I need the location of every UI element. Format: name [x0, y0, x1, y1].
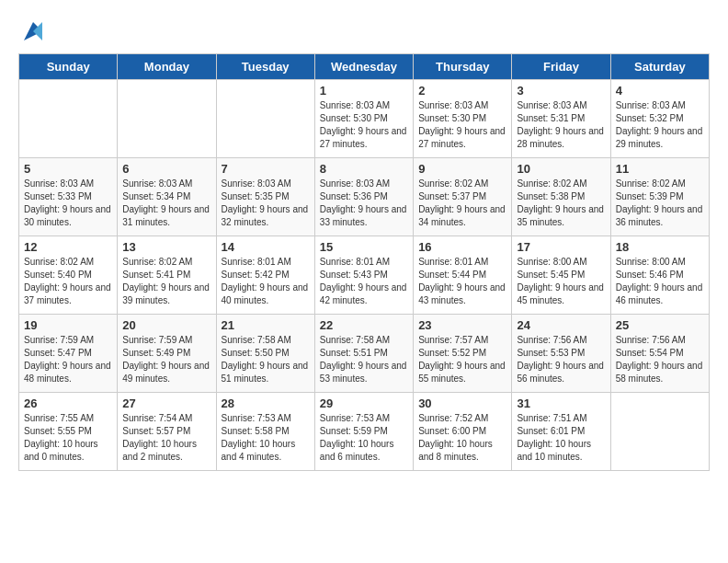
day-number: 23: [418, 318, 506, 332]
day-number: 15: [320, 240, 408, 254]
page-header: [18, 18, 710, 44]
day-cell-27: 27Sunrise: 7:54 AM Sunset: 5:57 PM Dayli…: [118, 393, 216, 471]
day-cell-3: 3Sunrise: 8:03 AM Sunset: 5:31 PM Daylig…: [512, 80, 610, 158]
day-number: 18: [616, 240, 704, 254]
empty-cell: [118, 80, 216, 158]
day-number: 27: [122, 396, 210, 410]
day-number: 11: [616, 162, 704, 176]
day-header-monday: Monday: [118, 54, 216, 80]
day-cell-16: 16Sunrise: 8:01 AM Sunset: 5:44 PM Dayli…: [414, 236, 512, 315]
day-info: Sunrise: 8:03 AM Sunset: 5:32 PM Dayligh…: [616, 99, 704, 151]
day-cell-19: 19Sunrise: 7:59 AM Sunset: 5:47 PM Dayli…: [19, 315, 118, 393]
day-cell-5: 5Sunrise: 8:03 AM Sunset: 5:33 PM Daylig…: [19, 158, 118, 236]
day-number: 30: [418, 396, 506, 410]
day-cell-30: 30Sunrise: 7:52 AM Sunset: 6:00 PM Dayli…: [414, 393, 512, 471]
day-info: Sunrise: 8:00 AM Sunset: 5:46 PM Dayligh…: [616, 256, 704, 307]
day-info: Sunrise: 8:03 AM Sunset: 5:35 PM Dayligh…: [222, 178, 310, 229]
day-info: Sunrise: 7:51 AM Sunset: 6:01 PM Dayligh…: [517, 412, 605, 464]
day-info: Sunrise: 8:03 AM Sunset: 5:34 PM Dayligh…: [122, 178, 210, 229]
day-cell-21: 21Sunrise: 7:58 AM Sunset: 5:50 PM Dayli…: [216, 315, 314, 393]
day-header-tuesday: Tuesday: [216, 54, 314, 80]
day-cell-13: 13Sunrise: 8:02 AM Sunset: 5:41 PM Dayli…: [118, 236, 216, 315]
day-number: 20: [122, 318, 210, 332]
day-number: 7: [222, 162, 310, 176]
day-info: Sunrise: 8:03 AM Sunset: 5:30 PM Dayligh…: [320, 99, 408, 151]
day-info: Sunrise: 8:02 AM Sunset: 5:40 PM Dayligh…: [24, 256, 112, 307]
calendar-table: SundayMondayTuesdayWednesdayThursdayFrid…: [18, 53, 710, 471]
day-number: 1: [320, 84, 408, 98]
day-info: Sunrise: 8:03 AM Sunset: 5:30 PM Dayligh…: [418, 99, 506, 151]
day-cell-25: 25Sunrise: 7:56 AM Sunset: 5:54 PM Dayli…: [610, 315, 709, 393]
day-number: 6: [122, 162, 210, 176]
day-number: 3: [517, 84, 605, 98]
day-header-sunday: Sunday: [19, 54, 118, 80]
day-number: 10: [517, 162, 605, 176]
day-number: 31: [517, 396, 605, 410]
day-number: 28: [222, 396, 310, 410]
day-cell-26: 26Sunrise: 7:55 AM Sunset: 5:55 PM Dayli…: [19, 393, 118, 471]
day-info: Sunrise: 8:03 AM Sunset: 5:36 PM Dayligh…: [320, 178, 408, 229]
day-info: Sunrise: 7:54 AM Sunset: 5:57 PM Dayligh…: [122, 412, 210, 464]
day-cell-31: 31Sunrise: 7:51 AM Sunset: 6:01 PM Dayli…: [512, 393, 610, 471]
day-info: Sunrise: 7:57 AM Sunset: 5:52 PM Dayligh…: [418, 334, 506, 385]
day-info: Sunrise: 7:55 AM Sunset: 5:55 PM Dayligh…: [24, 412, 112, 464]
day-number: 22: [320, 318, 408, 332]
day-info: Sunrise: 8:02 AM Sunset: 5:39 PM Dayligh…: [616, 178, 704, 229]
day-number: 24: [517, 318, 605, 332]
day-cell-11: 11Sunrise: 8:02 AM Sunset: 5:39 PM Dayli…: [610, 158, 709, 236]
day-info: Sunrise: 8:02 AM Sunset: 5:37 PM Dayligh…: [418, 178, 506, 229]
day-info: Sunrise: 7:58 AM Sunset: 5:50 PM Dayligh…: [222, 334, 310, 385]
empty-cell: [610, 393, 709, 471]
day-cell-12: 12Sunrise: 8:02 AM Sunset: 5:40 PM Dayli…: [19, 236, 118, 315]
day-cell-15: 15Sunrise: 8:01 AM Sunset: 5:43 PM Dayli…: [314, 236, 413, 315]
day-info: Sunrise: 8:01 AM Sunset: 5:44 PM Dayligh…: [418, 256, 506, 307]
empty-cell: [216, 80, 314, 158]
day-number: 25: [616, 318, 704, 332]
day-number: 16: [418, 240, 506, 254]
day-header-thursday: Thursday: [414, 54, 512, 80]
day-cell-10: 10Sunrise: 8:02 AM Sunset: 5:38 PM Dayli…: [512, 158, 610, 236]
day-cell-8: 8Sunrise: 8:03 AM Sunset: 5:36 PM Daylig…: [314, 158, 413, 236]
day-cell-7: 7Sunrise: 8:03 AM Sunset: 5:35 PM Daylig…: [216, 158, 314, 236]
day-info: Sunrise: 8:00 AM Sunset: 5:45 PM Dayligh…: [517, 256, 605, 307]
day-cell-23: 23Sunrise: 7:57 AM Sunset: 5:52 PM Dayli…: [414, 315, 512, 393]
day-info: Sunrise: 8:01 AM Sunset: 5:43 PM Dayligh…: [320, 256, 408, 307]
day-cell-2: 2Sunrise: 8:03 AM Sunset: 5:30 PM Daylig…: [414, 80, 512, 158]
day-info: Sunrise: 8:01 AM Sunset: 5:42 PM Dayligh…: [222, 256, 310, 307]
day-number: 12: [24, 240, 112, 254]
logo-icon: [20, 18, 46, 44]
day-header-wednesday: Wednesday: [314, 54, 413, 80]
day-info: Sunrise: 8:03 AM Sunset: 5:31 PM Dayligh…: [517, 99, 605, 151]
day-cell-4: 4Sunrise: 8:03 AM Sunset: 5:32 PM Daylig…: [610, 80, 709, 158]
day-cell-9: 9Sunrise: 8:02 AM Sunset: 5:37 PM Daylig…: [414, 158, 512, 236]
day-number: 17: [517, 240, 605, 254]
day-number: 13: [122, 240, 210, 254]
day-info: Sunrise: 7:59 AM Sunset: 5:49 PM Dayligh…: [122, 334, 210, 385]
day-info: Sunrise: 7:58 AM Sunset: 5:51 PM Dayligh…: [320, 334, 408, 385]
day-info: Sunrise: 7:56 AM Sunset: 5:53 PM Dayligh…: [517, 334, 605, 385]
day-cell-22: 22Sunrise: 7:58 AM Sunset: 5:51 PM Dayli…: [314, 315, 413, 393]
day-cell-1: 1Sunrise: 8:03 AM Sunset: 5:30 PM Daylig…: [314, 80, 413, 158]
day-info: Sunrise: 7:59 AM Sunset: 5:47 PM Dayligh…: [24, 334, 112, 385]
logo: [18, 18, 46, 44]
day-number: 21: [222, 318, 310, 332]
day-cell-18: 18Sunrise: 8:00 AM Sunset: 5:46 PM Dayli…: [610, 236, 709, 315]
day-cell-28: 28Sunrise: 7:53 AM Sunset: 5:58 PM Dayli…: [216, 393, 314, 471]
day-number: 29: [320, 396, 408, 410]
day-cell-6: 6Sunrise: 8:03 AM Sunset: 5:34 PM Daylig…: [118, 158, 216, 236]
day-info: Sunrise: 8:03 AM Sunset: 5:33 PM Dayligh…: [24, 178, 112, 229]
day-number: 2: [418, 84, 506, 98]
day-cell-20: 20Sunrise: 7:59 AM Sunset: 5:49 PM Dayli…: [118, 315, 216, 393]
day-number: 19: [24, 318, 112, 332]
empty-cell: [19, 80, 118, 158]
day-number: 14: [222, 240, 310, 254]
day-info: Sunrise: 7:56 AM Sunset: 5:54 PM Dayligh…: [616, 334, 704, 385]
day-cell-17: 17Sunrise: 8:00 AM Sunset: 5:45 PM Dayli…: [512, 236, 610, 315]
day-number: 4: [616, 84, 704, 98]
day-number: 5: [24, 162, 112, 176]
day-info: Sunrise: 8:02 AM Sunset: 5:38 PM Dayligh…: [517, 178, 605, 229]
day-number: 26: [24, 396, 112, 410]
day-info: Sunrise: 7:53 AM Sunset: 5:58 PM Dayligh…: [222, 412, 310, 464]
day-info: Sunrise: 7:52 AM Sunset: 6:00 PM Dayligh…: [418, 412, 506, 464]
day-header-saturday: Saturday: [610, 54, 709, 80]
